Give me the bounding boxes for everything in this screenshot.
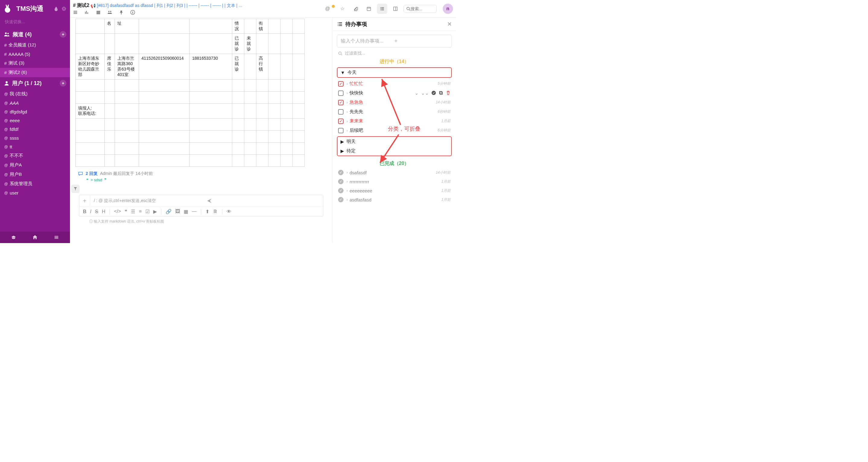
toolbar-info-icon[interactable]: [130, 10, 135, 15]
code-icon[interactable]: </>: [114, 209, 121, 214]
toolbar-menu-icon[interactable]: [73, 10, 78, 15]
upload-icon[interactable]: ⬆: [206, 209, 209, 214]
ol-icon[interactable]: ≡: [139, 209, 142, 214]
svg-point-9: [407, 7, 409, 10]
svg-rect-7: [367, 7, 371, 10]
svg-point-0: [5, 33, 7, 34]
bold-icon[interactable]: B: [83, 209, 87, 214]
user-item[interactable]: @AAA: [0, 99, 70, 107]
composer-add-button[interactable]: +: [79, 195, 90, 207]
todo-item-hover[interactable]: ›快快快 ⌄ ⌄⌄: [333, 88, 456, 98]
group-toggle-tbd[interactable]: ▶待定: [338, 146, 451, 156]
checkbox-icon[interactable]: ☑: [145, 209, 150, 214]
add-channel-button[interactable]: +: [60, 31, 66, 38]
table-icon[interactable]: ▦: [184, 209, 188, 214]
channel-item-active[interactable]: #测试2 (6): [0, 68, 70, 77]
home-icon[interactable]: [32, 235, 38, 240]
channel-item[interactable]: #全员频道 (12): [0, 40, 70, 50]
channel-item[interactable]: #AAAAA (5): [0, 50, 70, 59]
user-item[interactable]: @系统管理员: [0, 179, 70, 188]
add-todo-icon[interactable]: +: [395, 38, 448, 44]
water-drop-icon[interactable]: [54, 6, 59, 11]
group-toggle-tomorrow[interactable]: ▶明天: [338, 137, 451, 146]
user-item[interactable]: @tt: [0, 142, 70, 151]
toolbar-chart-icon[interactable]: [85, 10, 89, 15]
avatar[interactable]: n: [443, 4, 453, 14]
send-icon[interactable]: [207, 198, 319, 204]
svg-point-10: [339, 52, 341, 55]
todo-item-done[interactable]: ›eeeeeeeee1月前: [333, 186, 456, 195]
announcement-icon: 📢: [91, 3, 96, 8]
todo-item-done[interactable]: ›rrrrrrrrrrrrr1月前: [333, 177, 456, 186]
close-icon[interactable]: ✕: [447, 21, 452, 27]
list-view-icon[interactable]: [377, 4, 387, 14]
todo-panel: 待办事项 ✕ 输入个人待办事项... + 过滤查找... 进行中（14） ▼今天…: [332, 18, 456, 243]
preview-eye-icon[interactable]: 👁: [226, 209, 231, 214]
user-item[interactable]: @user: [0, 188, 70, 197]
svg-rect-8: [394, 7, 397, 10]
user-item-me[interactable]: @我 (在线): [0, 89, 70, 99]
menu-icon[interactable]: [54, 235, 59, 240]
play-icon[interactable]: ▶: [153, 209, 157, 214]
ul-icon[interactable]: ☰: [131, 209, 135, 214]
hr-icon[interactable]: —: [192, 209, 197, 214]
breadcrumb-link[interactable]: [#817] dsafasdfasdf as dfassd | 列1 | 列2 …: [97, 3, 242, 8]
user-item[interactable]: @不不不: [0, 151, 70, 160]
user-item[interactable]: @ssss: [0, 133, 70, 142]
user-item[interactable]: @dfgdsfgd: [0, 107, 70, 116]
split-view-icon[interactable]: [390, 4, 401, 14]
toolbar-pin-icon[interactable]: [119, 10, 124, 15]
blockquote-icon[interactable]: ❝: [125, 209, 127, 214]
gear-icon[interactable]: [62, 6, 66, 11]
heading-icon[interactable]: H: [102, 209, 105, 214]
strike-icon[interactable]: S: [95, 209, 98, 214]
star-icon[interactable]: ☆: [337, 4, 347, 14]
user-item[interactable]: @fdfdf: [0, 125, 70, 133]
toolbar-layers-icon[interactable]: [96, 10, 101, 15]
user-item[interactable]: @用户B: [0, 170, 70, 179]
svg-point-4: [110, 11, 111, 12]
todo-item[interactable]: ›先先先6秒钟前: [333, 107, 456, 116]
search-input[interactable]: [410, 6, 432, 11]
copy-icon[interactable]: [438, 90, 443, 96]
group-toggle-today[interactable]: ▼今天: [338, 68, 451, 77]
check-circle-icon[interactable]: [431, 90, 436, 96]
search-box[interactable]: [404, 5, 437, 13]
todo-group-today: ▼今天: [337, 67, 452, 78]
user-item[interactable]: @用户A: [0, 160, 70, 170]
rabbit-logo-icon: [4, 4, 13, 13]
channel-title: # 测试2: [73, 2, 89, 9]
add-user-button[interactable]: +: [60, 80, 66, 87]
channel-item[interactable]: #测试 (3): [0, 59, 70, 68]
message-composer: + / : @ 提示,ctrl+enter发送,esc清空 B I S H </…: [79, 195, 323, 217]
filter-funnel-icon[interactable]: [71, 185, 80, 193]
attachment-icon[interactable]: [350, 4, 361, 14]
link-icon[interactable]: 🔗: [165, 209, 172, 214]
todo-group-collapsed: ▶明天 ▶待定: [337, 136, 452, 156]
quick-switch[interactable]: 快速切换...: [0, 18, 70, 28]
chevron-down-icon[interactable]: ⌄: [415, 90, 418, 96]
data-table: 名址情况衔镇 已就诊未就诊 上海市浦东新区好奇妙幼儿园森兰部席佳乐上海市兰嵩路3…: [75, 19, 327, 167]
todo-filter[interactable]: 过滤查找...: [333, 50, 456, 57]
double-chevron-icon[interactable]: ⌄⌄: [421, 90, 429, 96]
file-icon[interactable]: 🗎: [213, 209, 218, 214]
todo-item[interactable]: ›后续吧6分钟前: [333, 126, 456, 135]
todo-item-done[interactable]: ›dsafasdf14小时前: [333, 168, 456, 177]
at-icon[interactable]: @: [324, 4, 334, 14]
italic-icon[interactable]: I: [90, 209, 91, 214]
todo-item[interactable]: ›来来来1月前: [333, 116, 456, 126]
message-area: 名址情况衔镇 已就诊未就诊 上海市浦东新区好奇妙幼儿园森兰部席佳乐上海市兰嵩路3…: [70, 18, 332, 243]
todo-item[interactable]: ›急急急14小时前: [333, 98, 456, 107]
todo-item-done[interactable]: ›asdfasfasd1月前: [333, 195, 456, 204]
composer-input[interactable]: / : @ 提示,ctrl+enter发送,esc清空: [90, 195, 323, 207]
todo-item[interactable]: ›忙忙忙5分钟前: [333, 79, 456, 88]
hat-icon[interactable]: [11, 235, 16, 240]
image-icon[interactable]: 🖼: [175, 209, 180, 214]
trash-icon[interactable]: [446, 90, 451, 96]
channels-header: 频道 (4) +: [0, 28, 70, 40]
todo-new-input[interactable]: 输入个人待办事项... +: [337, 35, 452, 48]
user-item[interactable]: @eeee: [0, 116, 70, 125]
reply-summary[interactable]: 2 回复 Admin 最后回复于 14小时前: [78, 171, 327, 177]
toolbar-users-icon[interactable]: [107, 10, 112, 15]
calendar-icon[interactable]: [364, 4, 374, 14]
